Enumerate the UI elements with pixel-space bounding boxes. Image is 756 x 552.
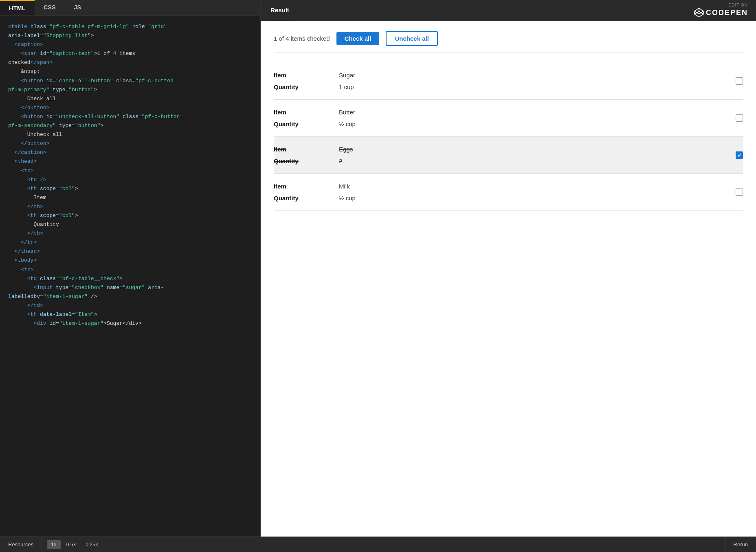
caption-text: 1 of 4 items checked xyxy=(274,35,330,42)
code-line: <th data-label="Item"> xyxy=(8,310,252,319)
zoom-option[interactable]: 0.5× xyxy=(62,540,80,549)
row-checkbox-3[interactable] xyxy=(736,188,743,196)
code-line: <span id="caption-text">1 of 4 items xyxy=(8,49,252,58)
codepen-brand: CODEPEN xyxy=(694,7,748,18)
code-line: <input type="checkbox" name="sugar" aria… xyxy=(8,283,252,292)
zoom-controls: 1×0.5×0.25× xyxy=(42,540,107,549)
code-line: pf-m-primary" type="button"> xyxy=(8,85,252,94)
bottom-bar: Resources 1×0.5×0.25× Rerun xyxy=(0,537,756,552)
cell-label-quantity: Quantity xyxy=(274,120,339,127)
item-cell: Item Butter xyxy=(274,106,743,118)
table-row: Item Eggs Quantity 2 xyxy=(274,137,743,174)
code-line: <td /> xyxy=(8,175,252,184)
check-all-button[interactable]: Check all xyxy=(336,32,380,45)
code-line: aria-label="Shopping list"> xyxy=(8,31,252,40)
code-line: </caption> xyxy=(8,148,252,157)
code-line: <button id="uncheck-all-button" class="p… xyxy=(8,112,252,121)
table-row: Item Butter Quantity ½ cup xyxy=(274,100,743,137)
caption-row: 1 of 4 items checked Check all Uncheck a… xyxy=(274,31,743,53)
editor-panel: HTML CSS JS <table class="pf-c-table pf-… xyxy=(0,0,261,537)
cell-label-quantity: Quantity xyxy=(274,83,339,90)
code-line: Item xyxy=(8,193,252,202)
table-row: Item Sugar Quantity 1 cup xyxy=(274,63,743,100)
code-line: <thead> xyxy=(8,157,252,166)
codepen-edit-on: EDIT ON xyxy=(694,3,748,7)
codepen-logo: EDIT ON CODEPEN xyxy=(694,3,748,18)
code-line: </tr> xyxy=(8,238,252,247)
result-content: 1 of 4 items checked Check all Uncheck a… xyxy=(261,21,756,537)
code-line: <tbody> xyxy=(8,256,252,265)
uncheck-all-button[interactable]: Uncheck all xyxy=(386,31,437,46)
zoom-option[interactable]: 1× xyxy=(47,540,61,549)
item-cell: Item Eggs xyxy=(274,143,743,155)
cell-value-quantity: 2 xyxy=(339,158,342,164)
result-panel: Result EDIT ON CODEPEN xyxy=(261,0,756,537)
quantity-cell: Quantity 1 cup xyxy=(274,81,743,93)
code-line: </th> xyxy=(8,202,252,211)
result-header: Result EDIT ON CODEPEN xyxy=(261,0,756,21)
code-line: <caption> xyxy=(8,40,252,49)
cell-label-quantity: Quantity xyxy=(274,158,339,164)
cell-value-item: Milk xyxy=(339,183,350,190)
cell-label-item: Item xyxy=(274,146,339,153)
cell-value-item: Eggs xyxy=(339,146,353,153)
code-line: labelledby="item-1-sugar" /> xyxy=(8,292,252,301)
row-checkbox-0[interactable] xyxy=(736,77,743,85)
code-editor[interactable]: <table class="pf-c-table pf-m-grid-lg" r… xyxy=(0,16,260,537)
code-line: <tr> xyxy=(8,265,252,274)
code-line: </thead> xyxy=(8,247,252,256)
code-line: <th scope="col"> xyxy=(8,211,252,220)
cell-value-quantity: ½ cup xyxy=(339,195,356,202)
code-line: checked</span> xyxy=(8,58,252,67)
item-cell: Item Sugar xyxy=(274,69,743,81)
code-line: <button id="check-all-button" class="pf-… xyxy=(8,77,252,85)
cell-value-quantity: ½ cup xyxy=(339,120,356,127)
code-line: <div id="item-1-sugar">Sugar</div> xyxy=(8,319,252,328)
code-line: <th scope="col"> xyxy=(8,184,252,193)
code-line: pf-m-secondary" type="button"> xyxy=(8,121,252,130)
zoom-option[interactable]: 0.25× xyxy=(82,540,102,549)
cell-value-item: Butter xyxy=(339,109,355,116)
code-line: </td> xyxy=(8,301,252,310)
code-line: </button> xyxy=(8,139,252,148)
result-tab[interactable]: Result xyxy=(269,0,291,22)
code-line: </button> xyxy=(8,103,252,112)
cell-label-quantity: Quantity xyxy=(274,195,339,202)
rerun-button[interactable]: Rerun xyxy=(725,537,756,552)
quantity-cell: Quantity 2 xyxy=(274,155,743,167)
cell-label-item: Item xyxy=(274,183,339,190)
tab-js[interactable]: JS xyxy=(65,0,90,15)
quantity-cell: Quantity ½ cup xyxy=(274,192,743,204)
shopping-list: Item Sugar Quantity 1 cup Item Butter Qu… xyxy=(274,63,743,211)
quantity-cell: Quantity ½ cup xyxy=(274,118,743,130)
row-checkbox-2[interactable] xyxy=(736,151,743,159)
tab-html[interactable]: HTML xyxy=(0,0,35,15)
code-line: Uncheck all xyxy=(8,130,252,139)
row-checkbox-1[interactable] xyxy=(736,114,743,122)
codepen-icon xyxy=(694,7,704,18)
code-line: &nbsp; xyxy=(8,67,252,76)
cell-label-item: Item xyxy=(274,72,339,79)
code-line: <td class="pf-c-table__check"> xyxy=(8,274,252,283)
code-line: </th> xyxy=(8,229,252,238)
cell-value-quantity: 1 cup xyxy=(339,83,354,90)
code-line: Check all xyxy=(8,94,252,103)
item-cell: Item Milk xyxy=(274,180,743,192)
cell-value-item: Sugar xyxy=(339,72,355,79)
resources-button[interactable]: Resources xyxy=(0,537,42,552)
code-line: Quantity xyxy=(8,220,252,229)
code-line: <tr> xyxy=(8,166,252,175)
code-line: <table class="pf-c-table pf-m-grid-lg" r… xyxy=(8,22,252,31)
table-row: Item Milk Quantity ½ cup xyxy=(274,174,743,211)
tab-css[interactable]: CSS xyxy=(35,0,65,15)
editor-tabs: HTML CSS JS xyxy=(0,0,260,16)
cell-label-item: Item xyxy=(274,109,339,116)
